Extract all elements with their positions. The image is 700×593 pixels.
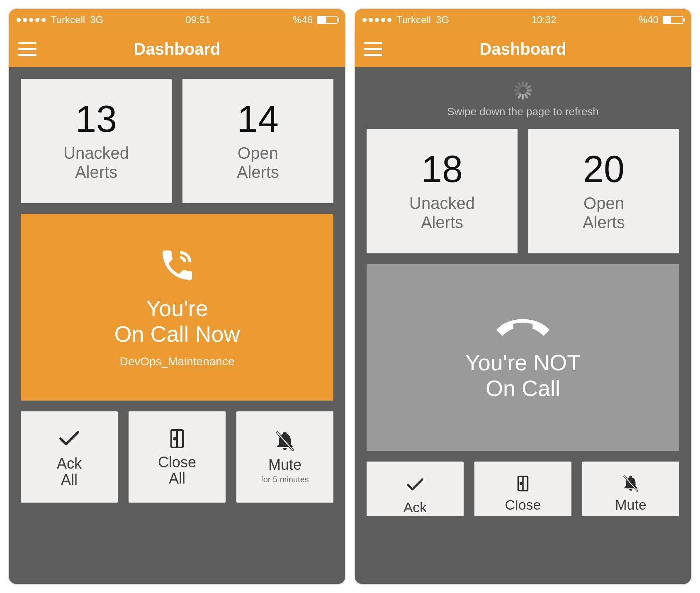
signal-strength-icon bbox=[17, 18, 46, 22]
mute-sublabel: for 5 minutes bbox=[261, 475, 309, 484]
signal-strength-icon bbox=[362, 18, 391, 22]
network-label: 3G bbox=[436, 14, 449, 26]
unacked-count: 13 bbox=[75, 100, 117, 138]
dashboard-body[interactable]: Swipe down the page to refresh 18 Unacke… bbox=[355, 67, 691, 584]
open-label: Open Alerts bbox=[237, 143, 279, 182]
status-bar: Turkcell 3G 10:32 %40 bbox=[355, 9, 691, 31]
page-title: Dashboard bbox=[134, 40, 221, 58]
check-icon bbox=[56, 426, 82, 452]
battery-percent-label: %46 bbox=[293, 14, 313, 26]
close-all-button[interactable]: Close bbox=[474, 462, 571, 516]
refresh-hint-text: Swipe down the page to refresh bbox=[447, 105, 599, 118]
app-header: Dashboard bbox=[355, 31, 691, 67]
status-bar: Turkcell 3G 09:51 %46 bbox=[9, 9, 345, 31]
bell-slash-icon bbox=[621, 474, 640, 493]
svg-point-2 bbox=[174, 438, 175, 440]
on-call-status-text: You're NOT On Call bbox=[465, 350, 581, 401]
menu-button[interactable] bbox=[364, 42, 382, 56]
network-label: 3G bbox=[90, 14, 103, 26]
ack-all-button[interactable]: Ack All bbox=[21, 411, 118, 503]
open-alerts-tile[interactable]: 14 Open Alerts bbox=[182, 79, 333, 203]
phone-ring-icon bbox=[158, 246, 196, 284]
open-alerts-tile[interactable]: 20 Open Alerts bbox=[528, 129, 679, 253]
battery-percent-label: %40 bbox=[639, 14, 659, 26]
unacked-alerts-tile[interactable]: 18 Unacked Alerts bbox=[367, 129, 518, 253]
bell-slash-icon bbox=[273, 430, 297, 453]
on-call-status-tile[interactable]: You're On Call Now DevOps_Maintenance bbox=[21, 214, 333, 401]
unacked-count: 18 bbox=[421, 151, 463, 188]
unacked-label: Unacked Alerts bbox=[63, 143, 129, 182]
battery-icon bbox=[663, 16, 683, 24]
on-call-status-tile[interactable]: You're NOT On Call bbox=[367, 264, 679, 451]
open-count: 14 bbox=[237, 100, 279, 138]
phone-down-icon bbox=[494, 314, 552, 339]
page-title: Dashboard bbox=[480, 40, 566, 58]
dashboard-body[interactable]: 13 Unacked Alerts 14 Open Alerts You're … bbox=[9, 67, 345, 584]
ack-all-label: Ack All bbox=[57, 456, 82, 488]
ack-all-label: Ack bbox=[403, 500, 427, 515]
mute-label: Mute bbox=[268, 457, 301, 473]
ack-all-button[interactable]: Ack bbox=[367, 462, 464, 516]
mute-button[interactable]: Mute bbox=[582, 462, 679, 516]
svg-point-7 bbox=[520, 483, 521, 484]
close-all-button[interactable]: Close All bbox=[129, 411, 226, 503]
unacked-label: Unacked Alerts bbox=[409, 194, 475, 232]
battery-icon bbox=[317, 16, 338, 24]
clock-label: 09:51 bbox=[186, 14, 211, 26]
carrier-label: Turkcell bbox=[396, 14, 431, 26]
mute-button[interactable]: Mute for 5 minutes bbox=[236, 411, 333, 503]
mute-label: Mute bbox=[615, 497, 647, 513]
unacked-alerts-tile[interactable]: 13 Unacked Alerts bbox=[21, 79, 172, 203]
on-call-status-text: You're On Call Now bbox=[114, 295, 240, 347]
carrier-label: Turkcell bbox=[51, 14, 85, 26]
app-header: Dashboard bbox=[9, 31, 345, 67]
pull-to-refresh-indicator: Swipe down the page to refresh bbox=[367, 79, 679, 118]
door-exit-icon bbox=[513, 474, 532, 493]
close-all-label: Close bbox=[505, 497, 541, 513]
open-count: 20 bbox=[583, 151, 625, 188]
door-exit-icon bbox=[165, 427, 189, 450]
clock-label: 10:32 bbox=[532, 14, 557, 26]
on-call-schedule-name: DevOps_Maintenance bbox=[119, 355, 234, 368]
spinner-icon bbox=[514, 81, 532, 100]
close-all-label: Close All bbox=[158, 454, 196, 487]
menu-button[interactable] bbox=[18, 42, 36, 56]
open-label: Open Alerts bbox=[583, 194, 625, 232]
check-icon bbox=[404, 474, 426, 496]
screen-on-call: Turkcell 3G 09:51 %46 Dashboard 13 Unack… bbox=[8, 8, 346, 585]
screen-not-on-call: Turkcell 3G 10:32 %40 Dashboard bbox=[354, 8, 692, 585]
